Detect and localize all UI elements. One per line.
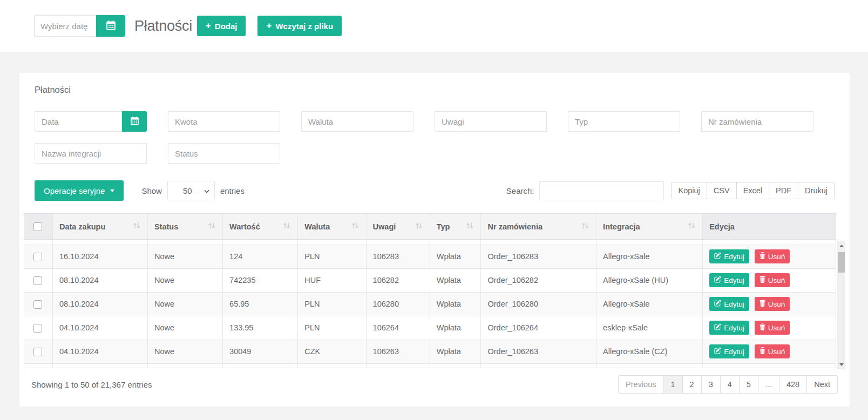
cell-value: 30049	[223, 340, 298, 363]
csv-button[interactable]: CSV	[707, 182, 737, 199]
row-checkbox[interactable]	[33, 348, 42, 356]
edit-pencil-icon	[714, 276, 721, 284]
page-item-1[interactable]: 1	[663, 375, 682, 394]
edit-pencil-icon	[714, 300, 721, 308]
bulk-operations-dropdown-button[interactable]: Operacje seryjne	[35, 180, 124, 201]
payments-panel: Płatności Operacje seryjne Show	[19, 73, 850, 407]
global-date-calendar-button[interactable]	[96, 15, 125, 37]
page-item-3[interactable]: 3	[701, 375, 721, 394]
filter-type-input[interactable]	[568, 111, 680, 132]
column-header-order-number[interactable]: Nr zamówienia	[481, 214, 596, 240]
column-header-value[interactable]: Wartość	[223, 214, 298, 240]
table-row: 04.10.2024 Nowe 30049 CZK 106263 Wpłata …	[24, 340, 836, 363]
cell-order-number: Order_106264	[481, 316, 596, 340]
edit-button[interactable]: Edytuj	[709, 297, 749, 311]
page-item-4[interactable]: 4	[720, 375, 740, 394]
filter-integration-name-input[interactable]	[35, 143, 147, 164]
table-footer: Showing 1 to 50 of 21,367 entries Previo…	[24, 375, 845, 394]
cell-currency: PLN	[298, 245, 366, 268]
sort-icon	[208, 222, 216, 231]
cell-integration: Allegro-xSale	[596, 245, 703, 268]
scrollbar-thumb[interactable]	[838, 252, 845, 273]
column-header-status[interactable]: Status	[147, 214, 222, 240]
add-button[interactable]: +Dodaj	[197, 16, 246, 36]
column-header-integration[interactable]: Integracja	[596, 214, 703, 240]
row-checkbox[interactable]	[33, 276, 42, 285]
cell-integration: Allegro-xSale (CZ)	[596, 340, 703, 363]
page-item-5[interactable]: 5	[739, 375, 758, 394]
cell-purchase-date: 08.10.2024	[52, 268, 147, 292]
edit-button[interactable]: Edytuj	[709, 344, 749, 358]
scroll-up-arrow[interactable]	[837, 242, 845, 249]
column-header-notes[interactable]: Uwagi	[366, 214, 430, 240]
select-all-checkbox[interactable]	[33, 222, 42, 231]
filter-date-calendar-button[interactable]	[122, 111, 147, 132]
load-from-file-button[interactable]: +Wczytaj z pliku	[257, 16, 342, 36]
edit-pencil-icon	[714, 252, 721, 261]
delete-button[interactable]: Usuń	[755, 321, 790, 335]
excel-button[interactable]: Excel	[737, 182, 769, 199]
edit-button[interactable]: Edytuj	[709, 273, 749, 287]
cell-integration: Allegro-xSale (HU)	[596, 268, 703, 292]
table-wrap: Data zakupu Status Wartość Waluta Uwagi …	[24, 213, 845, 368]
page-size-select[interactable]: 50	[167, 181, 215, 200]
cell-notes: 106280	[366, 292, 430, 316]
page-item-next[interactable]: Next	[806, 375, 838, 394]
trash-icon	[760, 276, 765, 284]
row-checkbox[interactable]	[33, 300, 42, 309]
filter-notes-input[interactable]	[435, 111, 547, 132]
trash-icon	[760, 252, 765, 261]
filter-amount-input[interactable]	[168, 111, 280, 132]
sort-icon	[283, 222, 291, 231]
table-row: 16.10.2024 Nowe 124 PLN 106283 Wpłata Or…	[24, 245, 836, 268]
table-scroll-body[interactable]: 16.10.2024 Nowe 124 PLN 106283 Wpłata Or…	[24, 240, 836, 368]
cell-actions: Edytuj Usuń	[703, 340, 836, 363]
trash-icon	[760, 347, 765, 356]
filter-status-input[interactable]	[168, 143, 280, 164]
filter-order-number-input[interactable]	[701, 111, 813, 132]
cell-actions: Edytuj Usuń	[703, 316, 836, 340]
delete-button[interactable]: Usuń	[755, 273, 790, 287]
page-item-428[interactable]: 428	[779, 375, 807, 394]
chevron-down-icon	[110, 189, 114, 192]
column-header-type[interactable]: Typ	[430, 214, 481, 240]
row-checkbox[interactable]	[33, 324, 42, 333]
filter-currency-input[interactable]	[301, 111, 413, 132]
edit-button[interactable]: Edytuj	[709, 249, 749, 263]
copy-button[interactable]: Kopiuj	[671, 182, 707, 199]
top-header-bar: Płatności +Dodaj +Wczytaj z pliku	[0, 0, 868, 52]
scroll-down-arrow[interactable]	[837, 361, 845, 368]
cell-order-number: Order_106263	[481, 340, 596, 363]
cell-type: Wpłata	[430, 245, 481, 268]
payments-table: Data zakupu Status Wartość Waluta Uwagi …	[24, 213, 836, 240]
edit-button[interactable]: Edytuj	[709, 321, 749, 335]
delete-button[interactable]: Usuń	[755, 344, 790, 358]
page-item--[interactable]: ...	[758, 375, 779, 394]
filter-date-input[interactable]	[35, 111, 122, 132]
trash-icon	[760, 323, 765, 332]
page-item-2[interactable]: 2	[682, 375, 702, 394]
pdf-button[interactable]: PDF	[769, 182, 798, 199]
cell-status: Nowe	[147, 316, 222, 340]
global-date-input[interactable]	[35, 15, 96, 37]
show-label: Show	[141, 186, 162, 195]
sort-icon	[581, 222, 589, 231]
delete-button[interactable]: Usuń	[755, 249, 790, 263]
vertical-scrollbar[interactable]	[837, 241, 845, 369]
sort-icon	[466, 222, 474, 231]
global-date-picker	[35, 15, 125, 37]
row-checkbox[interactable]	[33, 253, 42, 261]
calendar-icon	[130, 116, 139, 127]
export-button-group: Kopiuj CSV Excel PDF Drukuj	[671, 182, 835, 199]
search-label: Search:	[506, 186, 534, 195]
table-row: 04.10.2024 Nowe 133.95 PLN 106264 Wpłata…	[24, 316, 836, 340]
print-button[interactable]: Drukuj	[798, 182, 835, 199]
page-item-previous[interactable]: Previous	[618, 375, 663, 394]
delete-button[interactable]: Usuń	[755, 297, 790, 311]
cell-actions: Edytuj Usuń	[703, 245, 836, 268]
column-header-purchase-date[interactable]: Data zakupu	[52, 214, 147, 240]
column-header-currency[interactable]: Waluta	[298, 214, 366, 240]
search-input[interactable]	[539, 181, 664, 200]
sort-icon	[415, 222, 423, 231]
cell-order-number: Order_106280	[481, 292, 596, 316]
